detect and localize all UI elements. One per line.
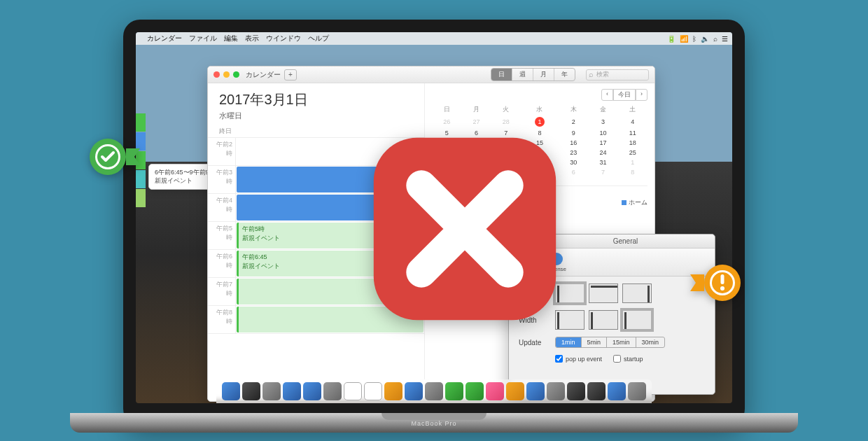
- sidebar-tab[interactable]: [136, 113, 146, 132]
- width-medium[interactable]: [589, 310, 618, 330]
- width-wide[interactable]: [622, 310, 652, 330]
- time-label: 午前8時: [208, 306, 236, 333]
- time-label: 午前7時: [208, 278, 236, 305]
- time-label: 午前5時: [208, 222, 236, 249]
- prev-month-button[interactable]: ‹: [601, 89, 613, 101]
- update-segmented[interactable]: 1min 5min 15min 30min: [555, 337, 665, 348]
- sidebar-tab[interactable]: [136, 189, 146, 207]
- update-30min[interactable]: 30min: [636, 337, 665, 347]
- update-label: Update: [519, 339, 555, 346]
- menubar-extras: 🔋 📶 ᛒ 🔈 ⌕ ☰: [667, 35, 728, 43]
- view-segmented[interactable]: 日 週 月 年: [491, 68, 575, 81]
- laptop-base: MacBook Pro: [70, 413, 798, 433]
- update-15min[interactable]: 15min: [607, 337, 636, 347]
- dock-sysprefs-icon[interactable]: [547, 382, 565, 400]
- dock-itunes-icon[interactable]: [486, 382, 504, 400]
- menu-file[interactable]: ファイル: [189, 34, 217, 43]
- wifi-icon[interactable]: 📶: [680, 35, 688, 43]
- day-of-week: 水曜日: [219, 111, 413, 121]
- time-label: 午前6時: [208, 250, 236, 277]
- dock-messages-icon[interactable]: [445, 382, 463, 400]
- view-day[interactable]: 日: [491, 69, 512, 80]
- laptop-notch: [382, 413, 486, 420]
- mini-cal-nav[interactable]: ‹ 今日 ›: [601, 89, 648, 101]
- dock-calendar-icon[interactable]: [344, 382, 362, 400]
- zoom-button[interactable]: [233, 71, 239, 78]
- time-label: 午前3時: [208, 166, 236, 193]
- update-1min[interactable]: 1min: [556, 337, 582, 347]
- notification-icon[interactable]: ☰: [722, 35, 728, 43]
- menu-help[interactable]: ヘルプ: [308, 34, 329, 43]
- next-month-button[interactable]: ›: [636, 89, 648, 101]
- dock-safari-icon[interactable]: [283, 382, 301, 400]
- bluetooth-icon[interactable]: ᛒ: [692, 35, 696, 43]
- search-input[interactable]: 検索: [586, 69, 649, 80]
- popup-checkbox[interactable]: pop up event: [555, 355, 602, 363]
- dock-finder-icon[interactable]: [222, 382, 240, 400]
- update-5min[interactable]: 5min: [582, 337, 608, 347]
- search-icon[interactable]: ⌕: [713, 35, 718, 43]
- svg-point-6: [720, 286, 724, 290]
- dock-siri-icon[interactable]: [242, 382, 260, 400]
- menu-view[interactable]: 表示: [245, 34, 259, 43]
- window-title: カレンダー: [246, 70, 281, 80]
- calendar-selector[interactable]: ホーム: [622, 197, 648, 209]
- menu-edit[interactable]: 編集: [224, 34, 238, 43]
- volume-icon[interactable]: 🔈: [701, 35, 709, 43]
- dock-contacts-icon[interactable]: [323, 382, 342, 400]
- dock-notes-icon[interactable]: [364, 382, 382, 400]
- menu-app[interactable]: カレンダー: [147, 34, 182, 43]
- close-button[interactable]: [214, 71, 220, 78]
- rejected-overlay-icon: [356, 120, 573, 337]
- view-week[interactable]: 週: [512, 69, 533, 80]
- calendar-titlebar[interactable]: カレンダー + 日 週 月 年 検索: [208, 66, 654, 83]
- time-label: 午前4時: [208, 194, 236, 221]
- position-top[interactable]: [589, 284, 618, 303]
- dock-photos-icon[interactable]: [425, 382, 443, 400]
- laptop-brand: MacBook Pro: [411, 420, 456, 427]
- position-right[interactable]: [622, 284, 652, 303]
- screen: カレンダー ファイル 編集 表示 ウインドウ ヘルプ 🔋 📶 ᛒ 🔈 ⌕ ☰: [136, 32, 732, 403]
- dock[interactable]: [216, 379, 652, 403]
- add-event-button[interactable]: +: [284, 69, 297, 80]
- dock-appstore-icon[interactable]: [526, 382, 545, 400]
- view-month[interactable]: 月: [533, 69, 554, 80]
- dock-launchpad-icon[interactable]: [262, 382, 281, 400]
- dock-trash-icon[interactable]: [628, 382, 646, 400]
- dock-facetime-icon[interactable]: [465, 382, 484, 400]
- dock-maps-icon[interactable]: [405, 382, 423, 400]
- time-label: 午前2時: [208, 138, 236, 165]
- desktop: 6午前6:45〜9午前9:15 新規イベント カレンダー + 日 週 月 年: [136, 45, 732, 379]
- dock-mail-icon[interactable]: [303, 382, 321, 400]
- minimize-button[interactable]: [223, 71, 230, 78]
- startup-checkbox[interactable]: startup: [613, 355, 643, 363]
- warning-badge-icon: [690, 265, 741, 304]
- dock-ibooks-icon[interactable]: [506, 382, 524, 400]
- dock-app-icon[interactable]: [587, 382, 606, 400]
- approved-badge-icon: [90, 139, 140, 178]
- date-title: 2017年3月1日: [219, 90, 413, 109]
- battery-icon[interactable]: 🔋: [667, 35, 676, 43]
- dock-reminders-icon[interactable]: [384, 382, 402, 400]
- macos-menubar: カレンダー ファイル 編集 表示 ウインドウ ヘルプ 🔋 📶 ᛒ 🔈 ⌕ ☰: [136, 32, 732, 45]
- svg-rect-5: [721, 274, 724, 284]
- dock-app-icon[interactable]: [608, 382, 626, 400]
- laptop-frame: カレンダー ファイル 編集 表示 ウインドウ ヘルプ 🔋 📶 ᛒ 🔈 ⌕ ☰: [123, 20, 745, 426]
- menu-window[interactable]: ウインドウ: [266, 34, 301, 43]
- dock-terminal-icon[interactable]: [567, 382, 585, 400]
- view-year[interactable]: 年: [554, 69, 575, 80]
- today-button[interactable]: 今日: [613, 89, 636, 101]
